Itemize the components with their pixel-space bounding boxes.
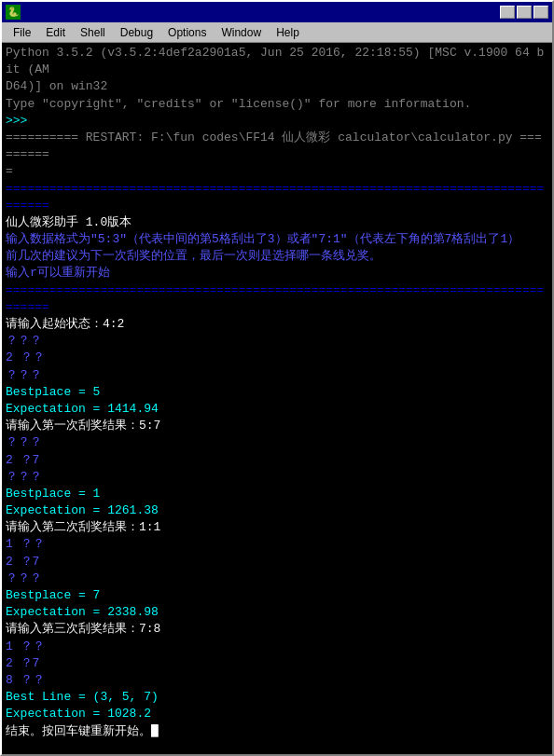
console-line: 结束。按回车键重新开始。█ bbox=[6, 723, 548, 740]
console-line: Expectation = 1261.38 bbox=[6, 502, 548, 519]
console-line: >>> bbox=[6, 113, 548, 130]
menu-edit[interactable]: Edit bbox=[38, 24, 73, 41]
console-line: ？？？ bbox=[6, 434, 548, 451]
console-line: ========================================… bbox=[6, 282, 548, 316]
console-line: Best Line = (3, 5, 7) bbox=[6, 689, 548, 706]
app-icon: 🐍 bbox=[6, 5, 21, 20]
menu-options[interactable]: Options bbox=[160, 24, 214, 41]
console-line: Expectation = 2338.98 bbox=[6, 604, 548, 621]
menu-file[interactable]: File bbox=[6, 24, 38, 41]
console-line: 请输入第一次刮奖结果：5:7 bbox=[6, 418, 548, 434]
minimize-button[interactable] bbox=[500, 6, 515, 19]
title-buttons bbox=[500, 6, 548, 19]
console-wrapper: Python 3.5.2 (v3.5.2:4def2a2901a5, Jun 2… bbox=[2, 43, 552, 754]
console-line: 2 ？7 bbox=[6, 554, 548, 570]
console-line: Bestplace = 5 bbox=[6, 384, 548, 401]
main-window: 🐍 File Edit Shell Debug Options Window H… bbox=[0, 0, 554, 756]
console-line: 1 ？？ bbox=[6, 536, 548, 553]
console[interactable]: Python 3.5.2 (v3.5.2:4def2a2901a5, Jun 2… bbox=[2, 43, 552, 754]
title-bar: 🐍 bbox=[2, 2, 552, 22]
console-line: ？？？ bbox=[6, 333, 548, 350]
console-line: 请输入第三次刮奖结果：7:8 bbox=[6, 621, 548, 638]
console-line: Expectation = 1028.2 bbox=[6, 706, 548, 722]
console-line: D64)] on win32 bbox=[6, 78, 548, 95]
console-line: 输入数据格式为"5:3"（代表中间的第5格刮出了3）或者"7:1"（代表左下角的… bbox=[6, 231, 548, 248]
console-line: Bestplace = 7 bbox=[6, 587, 548, 604]
menu-window[interactable]: Window bbox=[214, 24, 269, 41]
console-line: 输入r可以重新开始 bbox=[6, 265, 548, 282]
console-line: ？？？ bbox=[6, 367, 548, 384]
console-line: = bbox=[6, 163, 548, 180]
console-line: Bestplace = 1 bbox=[6, 486, 548, 502]
maximize-button[interactable] bbox=[517, 6, 532, 19]
console-line: 请输入第二次刮奖结果：1:1 bbox=[6, 519, 548, 536]
console-line: Expectation = 1414.94 bbox=[6, 401, 548, 418]
console-line: Python 3.5.2 (v3.5.2:4def2a2901a5, Jun 2… bbox=[6, 45, 548, 78]
console-line: ？？？ bbox=[6, 570, 548, 587]
console-line: 8 ？？ bbox=[6, 672, 548, 689]
console-line: 2 ？？ bbox=[6, 350, 548, 366]
console-line: ========== RESTART: F:\fun codes\FF14 仙人… bbox=[6, 130, 548, 163]
menu-help[interactable]: Help bbox=[269, 24, 307, 41]
console-line: 2 ？7 bbox=[6, 452, 548, 469]
menu-shell[interactable]: Shell bbox=[73, 24, 113, 41]
console-line: ========================================… bbox=[6, 181, 548, 214]
console-line: Type "copyright", "credits" or "license(… bbox=[6, 96, 548, 113]
console-line: 前几次的建议为下一次刮奖的位置，最后一次则是选择哪一条线兑奖。 bbox=[6, 248, 548, 265]
console-line: 仙人微彩助手 1.0版本 bbox=[6, 214, 548, 231]
console-line: 2 ？7 bbox=[6, 655, 548, 672]
menu-debug[interactable]: Debug bbox=[113, 24, 160, 41]
close-button[interactable] bbox=[533, 6, 548, 19]
console-line: 1 ？？ bbox=[6, 639, 548, 655]
menu-bar: File Edit Shell Debug Options Window Hel… bbox=[2, 22, 552, 43]
console-line: 请输入起始状态：4:2 bbox=[6, 316, 548, 333]
console-line: ？？？ bbox=[6, 469, 548, 486]
title-bar-left: 🐍 bbox=[6, 5, 24, 20]
